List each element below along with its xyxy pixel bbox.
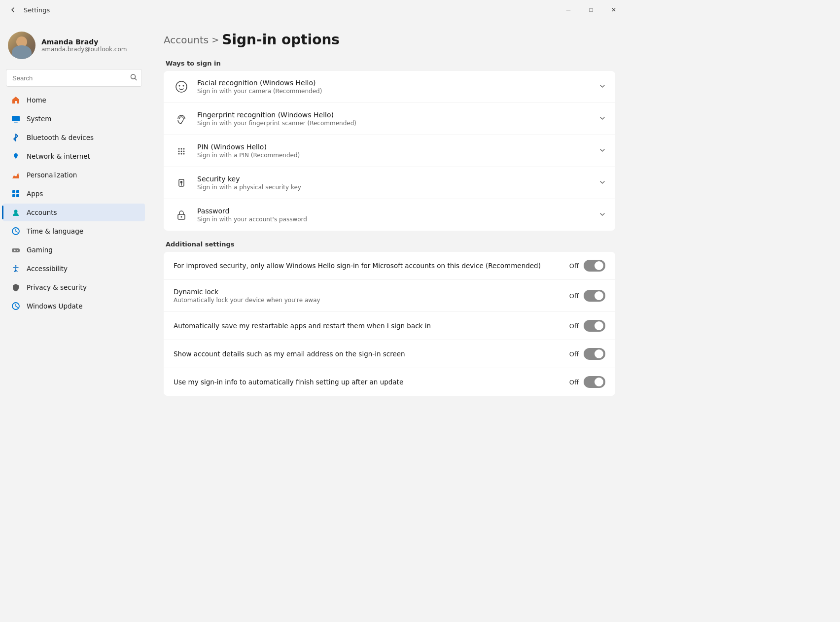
security-key-subtitle: Sign in with a physical security key [197,184,592,191]
setting-sign-in-info[interactable]: Use my sign-in info to automatically fin… [164,368,615,396]
facial-title: Facial recognition (Windows Hello) [197,79,592,87]
setting-windows-hello-only[interactable]: For improved security, only allow Window… [164,252,615,280]
search-input[interactable] [6,69,142,87]
sidebar-label-update: Windows Update [27,302,82,310]
sidebar-item-gaming[interactable]: Gaming [3,241,145,259]
svg-point-32 [181,216,182,218]
user-email: amanda.brady@outlook.com [41,46,140,53]
sign-in-option-password[interactable]: Password Sign in with your account's pas… [164,199,615,231]
fingerprint-title: Fingerprint recognition (Windows Hello) [197,111,592,119]
sidebar-item-bluetooth[interactable]: Bluetooth & devices [3,129,145,146]
sign-in-options-list: Facial recognition (Windows Hello) Sign … [164,71,615,231]
sidebar-label-accounts: Accounts [27,208,57,216]
toggle-account-details[interactable] [584,348,605,360]
sidebar-item-apps[interactable]: Apps [3,185,145,203]
svg-point-25 [178,153,180,155]
toggle-restartable-apps[interactable] [584,320,605,332]
svg-point-23 [181,151,182,152]
toggle-label-4: Off [569,379,579,386]
toggle-sign-in-info[interactable] [584,376,605,388]
sidebar-item-accessibility[interactable]: Accessibility [3,260,145,277]
security-key-icon [174,175,189,191]
network-icon [11,151,21,161]
sidebar-item-update[interactable]: Windows Update [3,297,145,315]
facial-subtitle: Sign in with your camera (Recommended) [197,88,592,95]
breadcrumb: Accounts > Sign-in options [164,32,615,48]
svg-point-27 [183,153,185,155]
sidebar-label-network: Network & internet [27,152,90,160]
chevron-down-icon [599,83,605,91]
password-subtitle: Sign in with your account's password [197,216,592,223]
facial-icon [174,79,189,95]
window-controls: ─ □ ✕ [557,2,625,18]
page-title: Sign-in options [222,32,340,48]
sidebar-label-system: System [27,115,51,123]
app-title: Settings [24,6,50,14]
setting-account-details[interactable]: Show account details such as my email ad… [164,340,615,368]
system-icon [11,114,21,124]
breadcrumb-parent[interactable]: Accounts [164,34,209,46]
bluetooth-icon [11,133,21,142]
sidebar-item-time[interactable]: Time & language [3,222,145,240]
chevron-down-icon-4 [599,179,605,187]
back-button[interactable] [6,3,20,17]
toggle-label-3: Off [569,350,579,358]
sign-in-option-facial[interactable]: Facial recognition (Windows Hello) Sign … [164,71,615,103]
svg-rect-3 [14,122,18,123]
sign-in-option-security-key[interactable]: Security key Sign in with a physical sec… [164,167,615,199]
sidebar-item-accounts[interactable]: Accounts [3,204,145,221]
sidebar-label-privacy: Privacy & security [27,283,87,291]
chevron-down-icon-5 [599,211,605,219]
svg-point-18 [183,85,184,87]
svg-point-8 [14,210,18,213]
sidebar-label-bluetooth: Bluetooth & devices [27,134,94,141]
sidebar-item-personalization[interactable]: Personalization [3,166,145,184]
sidebar-item-home[interactable]: Home [3,91,145,109]
sidebar: Amanda Brady amanda.brady@outlook.com Ho… [0,20,148,473]
pin-title: PIN (Windows Hello) [197,143,592,151]
fingerprint-icon [174,111,189,127]
accounts-icon [11,207,21,217]
close-button[interactable]: ✕ [602,2,625,18]
sidebar-item-system[interactable]: System [3,110,145,128]
fingerprint-subtitle: Sign in with your fingerprint scanner (R… [197,120,592,127]
toggle-windows-hello[interactable] [584,260,605,272]
svg-rect-2 [12,116,20,121]
toggle-label-1: Off [569,292,579,300]
setting-account-details-title: Show account details such as my email ad… [174,350,561,358]
sidebar-label-time: Time & language [27,227,83,235]
sidebar-label-apps: Apps [27,190,43,198]
sign-in-option-fingerprint[interactable]: Fingerprint recognition (Windows Hello) … [164,103,615,135]
additional-settings-label: Additional settings [164,241,615,248]
setting-restartable-apps[interactable]: Automatically save my restartable apps a… [164,312,615,340]
setting-windows-hello-title: For improved security, only allow Window… [174,262,561,270]
chevron-down-icon-3 [599,147,605,155]
home-icon [11,95,21,105]
maximize-button[interactable]: □ [580,2,602,18]
svg-point-22 [178,151,180,152]
user-profile[interactable]: Amanda Brady amanda.brady@outlook.com [0,24,148,67]
sidebar-label-gaming: Gaming [27,246,53,254]
setting-dynamic-lock-title: Dynamic lock [174,288,561,296]
toggle-label-0: Off [569,262,579,270]
svg-rect-6 [12,194,15,197]
toggle-label-2: Off [569,322,579,330]
svg-rect-4 [12,190,15,193]
additional-settings-list: For improved security, only allow Window… [164,252,615,396]
svg-rect-10 [12,248,20,252]
toggle-dynamic-lock[interactable] [584,290,605,302]
svg-point-24 [183,151,185,152]
svg-point-20 [181,148,182,150]
svg-point-14 [15,265,17,267]
titlebar: Settings ─ □ ✕ [0,0,631,20]
accessibility-icon [11,264,21,274]
sidebar-item-network[interactable]: Network & internet [3,147,145,165]
sidebar-label-accessibility: Accessibility [27,265,68,273]
search-box [6,69,142,87]
pin-subtitle: Sign in with a PIN (Recommended) [197,152,592,159]
svg-point-19 [178,148,180,150]
minimize-button[interactable]: ─ [557,2,580,18]
sign-in-option-pin[interactable]: PIN (Windows Hello) Sign in with a PIN (… [164,135,615,167]
setting-dynamic-lock[interactable]: Dynamic lock Automatically lock your dev… [164,280,615,312]
sidebar-item-privacy[interactable]: Privacy & security [3,278,145,296]
